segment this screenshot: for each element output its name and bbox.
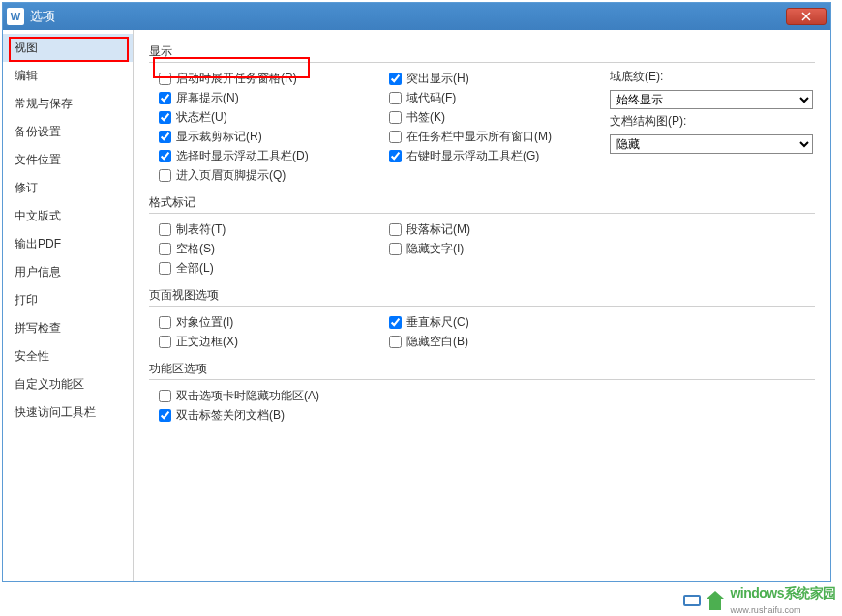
checkbox-closetab[interactable]: [159, 409, 171, 422]
label-fieldcode[interactable]: 域代码(F): [406, 90, 456, 106]
checkbox-vruler[interactable]: [389, 316, 402, 329]
sidebar-item-userinfo[interactable]: 用户信息: [3, 258, 133, 286]
close-button[interactable]: [786, 8, 827, 25]
checkbox-bookmark[interactable]: [389, 111, 402, 124]
sidebar: 视图 编辑 常规与保存 备份设置 文件位置 修订 中文版式 输出PDF 用户信息…: [3, 30, 134, 581]
sidebar-item-spellcheck[interactable]: 拼写检查: [3, 314, 133, 342]
select-docmap[interactable]: 隐藏: [610, 134, 813, 154]
label-hideribbon[interactable]: 双击选项卡时隐藏功能区(A): [176, 388, 319, 404]
label-highlight[interactable]: 突出显示(H): [406, 71, 469, 87]
checkbox-fieldcode[interactable]: [389, 92, 402, 104]
checkbox-floattoolbar-select[interactable]: [159, 150, 171, 162]
checkbox-tab[interactable]: [159, 223, 171, 236]
sidebar-item-backup[interactable]: 备份设置: [3, 118, 133, 146]
checkbox-statusbar[interactable]: [159, 111, 171, 124]
label-hidden[interactable]: 隐藏文字(I): [406, 241, 464, 257]
checkbox-space[interactable]: [159, 243, 171, 255]
checkbox-hidden[interactable]: [389, 243, 402, 255]
sidebar-item-customribbon[interactable]: 自定义功能区: [3, 370, 133, 398]
checkbox-all[interactable]: [159, 262, 171, 275]
label-cropmark[interactable]: 显示裁剪标记(R): [176, 129, 262, 145]
sidebar-item-security[interactable]: 安全性: [3, 342, 133, 370]
label-docmap: 文档结构图(P):: [610, 113, 815, 130]
sidebar-item-edit[interactable]: 编辑: [3, 62, 133, 90]
checkbox-hidewhite[interactable]: [389, 336, 402, 348]
label-closetab[interactable]: 双击标签关闭文档(B): [176, 407, 285, 424]
label-floattoolbar-right[interactable]: 右键时显示浮动工具栏(G): [406, 148, 539, 164]
select-shading[interactable]: 始终显示: [610, 90, 813, 109]
section-pageview-title: 页面视图选项: [149, 287, 815, 307]
label-tab[interactable]: 制表符(T): [176, 221, 226, 238]
checkbox-taskbar-windows[interactable]: [389, 131, 402, 143]
label-all[interactable]: 全部(L): [176, 260, 214, 277]
label-textborder[interactable]: 正文边框(X): [176, 334, 238, 350]
sidebar-item-revision[interactable]: 修订: [3, 174, 133, 202]
checkbox-taskpane[interactable]: [159, 73, 171, 85]
checkbox-cropmark[interactable]: [159, 131, 171, 143]
checkbox-screentip[interactable]: [159, 92, 171, 104]
checkbox-objectpos[interactable]: [159, 316, 171, 329]
main-panel: 显示 启动时展开任务窗格(R) 屏幕提示(N) 状态栏(U) 显示裁剪标记(R)…: [134, 30, 830, 581]
sidebar-item-chinese[interactable]: 中文版式: [3, 202, 133, 230]
sidebar-item-quickaccess[interactable]: 快速访问工具栏: [3, 398, 133, 426]
label-screentip[interactable]: 屏幕提示(N): [176, 90, 239, 106]
label-taskpane[interactable]: 启动时展开任务窗格(R): [176, 71, 297, 87]
checkbox-floattoolbar-right[interactable]: [389, 150, 402, 162]
checkbox-textborder[interactable]: [159, 336, 171, 348]
sidebar-item-general[interactable]: 常规与保存: [3, 90, 133, 118]
label-bookmark[interactable]: 书签(K): [406, 109, 445, 126]
section-ribbon-title: 功能区选项: [149, 361, 815, 380]
label-statusbar[interactable]: 状态栏(U): [176, 109, 227, 126]
label-floattoolbar-select[interactable]: 选择时显示浮动工具栏(D): [176, 148, 309, 164]
window-title: 选项: [30, 8, 786, 25]
label-shading: 域底纹(E):: [610, 69, 815, 85]
label-hidewhite[interactable]: 隐藏空白(B): [406, 334, 468, 350]
label-headerfooter[interactable]: 进入页眉页脚提示(Q): [176, 167, 286, 184]
sidebar-item-print[interactable]: 打印: [3, 286, 133, 314]
label-paragraph[interactable]: 段落标记(M): [406, 221, 470, 238]
app-icon: W: [7, 8, 24, 25]
section-display-title: 显示: [149, 44, 815, 63]
section-format-title: 格式标记: [149, 194, 815, 214]
label-space[interactable]: 空格(S): [176, 241, 215, 257]
sidebar-item-view[interactable]: 视图: [3, 34, 133, 62]
checkbox-highlight[interactable]: [389, 73, 402, 85]
checkbox-headerfooter[interactable]: [159, 169, 171, 182]
label-taskbar-windows[interactable]: 在任务栏中显示所有窗口(M): [406, 129, 552, 145]
sidebar-item-filelocation[interactable]: 文件位置: [3, 146, 133, 174]
label-objectpos[interactable]: 对象位置(I): [176, 314, 233, 331]
checkbox-hideribbon[interactable]: [159, 390, 171, 402]
close-icon: [801, 12, 811, 21]
checkbox-paragraph[interactable]: [389, 223, 402, 236]
label-vruler[interactable]: 垂直标尺(C): [406, 314, 469, 331]
sidebar-item-pdf[interactable]: 输出PDF: [3, 230, 133, 258]
